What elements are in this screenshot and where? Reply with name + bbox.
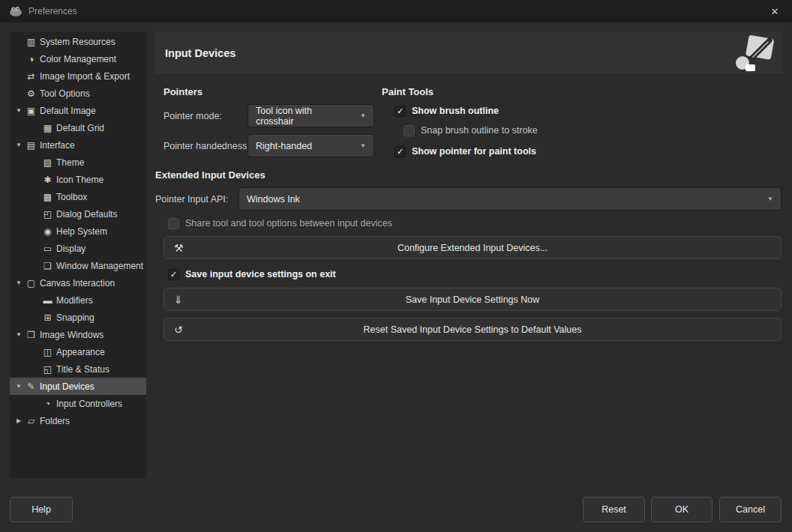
- expander-icon[interactable]: ▼: [10, 142, 24, 148]
- sidebar-item-label: System Resources: [40, 37, 116, 47]
- ok-button[interactable]: OK: [651, 497, 712, 522]
- system-resources-icon: ▥: [24, 37, 38, 47]
- configure-extended-input-devices-button[interactable]: ⚒ Configure Extended Input Devices...: [164, 236, 782, 259]
- sidebar-item-tool-options[interactable]: ⚙ Tool Options: [10, 85, 146, 102]
- sidebar-item-label: Image Windows: [40, 330, 104, 340]
- reset-saved-input-device-settings-button[interactable]: ↺ Reset Saved Input Device Settings to D…: [164, 318, 782, 341]
- title-status-icon: ◱: [40, 364, 55, 375]
- sidebar-item-default-image[interactable]: ▼ ▣ Default Image: [10, 102, 146, 119]
- sidebar-item-snapping[interactable]: ⊞ Snapping: [10, 309, 146, 326]
- sidebar-item-window-management[interactable]: ❏ Window Management: [10, 257, 146, 274]
- expander-icon[interactable]: ▼: [10, 107, 24, 114]
- check-icon: ✓: [397, 148, 404, 156]
- sidebar-item-system-resources[interactable]: ▥ System Resources: [10, 33, 146, 50]
- sidebar-item-display[interactable]: ▭ Display: [10, 240, 146, 257]
- sidebar-item-help-system[interactable]: ◉ Help System: [10, 223, 146, 240]
- pointer-mode-label: Pointer mode:: [164, 104, 222, 127]
- sidebar-item-appearance[interactable]: ◫ Appearance: [10, 343, 146, 360]
- pointer-input-api-label: Pointer Input API:: [155, 187, 228, 211]
- button-label: Save Input Device Settings Now: [406, 294, 540, 305]
- sidebar-item-toolbox[interactable]: ▩ Toolbox: [10, 188, 146, 205]
- help-system-icon: ◉: [40, 226, 55, 237]
- sidebar-item-input-controllers[interactable]: ◔ Input Controllers: [10, 395, 146, 412]
- sidebar-item-dialog-defaults[interactable]: ◰ Dialog Defaults: [10, 205, 146, 223]
- checkbox-snap-brush-outline[interactable]: ✓ Snap brush outline to stroke: [404, 123, 538, 138]
- titlebar: Preferences ✕: [0, 0, 792, 22]
- window-management-icon: ❏: [40, 261, 55, 271]
- page-header: Input Devices: [155, 31, 782, 75]
- checkbox-box: ✓: [404, 125, 415, 136]
- wrench-icon: ⚒: [174, 242, 184, 254]
- pointer-mode-dropdown[interactable]: Tool icon with crosshair ▼: [248, 104, 374, 127]
- sidebar-item-label: Snapping: [56, 312, 94, 323]
- chevron-down-icon: ▼: [760, 196, 773, 202]
- checkbox-box: ✓: [168, 218, 179, 229]
- sidebar-item-icon-theme[interactable]: ✱ Icon Theme: [10, 171, 146, 188]
- snapping-icon: ⊞: [40, 312, 55, 323]
- save-input-device-settings-button[interactable]: ⇓ Save Input Device Settings Now: [164, 288, 782, 311]
- expander-icon[interactable]: ▶: [10, 417, 24, 424]
- sidebar-item-label: Modifiers: [56, 295, 93, 306]
- canvas-interaction-icon: ▢: [24, 278, 38, 288]
- expander-icon[interactable]: ▼: [10, 331, 24, 338]
- sidebar-item-label: Folders: [40, 416, 70, 426]
- sidebar-item-canvas-interaction[interactable]: ▼ ▢ Canvas Interaction: [10, 274, 146, 291]
- page-title: Input Devices: [165, 47, 236, 59]
- tool-options-icon: ⚙: [24, 88, 38, 99]
- checkbox-show-brush-outline[interactable]: ✓ Show brush outline: [394, 103, 499, 118]
- checkbox-show-pointer-paint-tools[interactable]: ✓ Show pointer for paint tools: [394, 144, 536, 159]
- sidebar-item-label: Default Grid: [56, 123, 104, 133]
- sidebar-item-label: Icon Theme: [56, 175, 104, 185]
- checkbox-save-settings-on-exit[interactable]: ✓ Save input device settings on exit: [168, 267, 336, 282]
- button-label: Reset Saved Input Device Settings to Def…: [364, 324, 582, 335]
- expander-icon[interactable]: ▼: [10, 279, 24, 286]
- cancel-button[interactable]: Cancel: [719, 497, 782, 522]
- input-devices-icon: ✎: [24, 381, 38, 392]
- sidebar-item-label: Tool Options: [40, 88, 90, 99]
- sidebar-item-label: Help System: [56, 226, 107, 237]
- sidebar-item-title-status[interactable]: ◱ Title & Status: [10, 360, 146, 378]
- checkbox-label: Show pointer for paint tools: [412, 146, 536, 157]
- sidebar-item-label: Image Import & Export: [40, 71, 130, 82]
- sidebar-item-theme[interactable]: ▧ Theme: [10, 154, 146, 171]
- chevron-down-icon: ▼: [352, 112, 366, 119]
- color-management-icon: ◑: [24, 54, 38, 64]
- sidebar-item-label: Dialog Defaults: [56, 209, 117, 220]
- pointers-heading: Pointers: [164, 86, 202, 97]
- sidebar-item-label: Window Management: [56, 261, 143, 271]
- close-icon[interactable]: ✕: [758, 0, 792, 22]
- sidebar-item-label: Default Image: [40, 106, 96, 116]
- gimp-icon: [9, 6, 22, 16]
- sidebar-item-color-management[interactable]: ◑ Color Management: [10, 50, 146, 67]
- sidebar-item-image-import-export[interactable]: ⇄ Image Import & Export: [10, 67, 146, 85]
- sidebar-item-input-devices[interactable]: ▼ ✎ Input Devices: [10, 378, 146, 395]
- default-image-icon: ▣: [24, 106, 38, 116]
- sidebar-item-label: Canvas Interaction: [40, 278, 115, 288]
- extended-input-devices-heading: Extended Input Devices: [155, 169, 266, 181]
- image-windows-icon: ❐: [24, 330, 38, 340]
- sidebar-item-label: Toolbox: [56, 192, 87, 202]
- sidebar-item-image-windows[interactable]: ▼ ❐ Image Windows: [10, 326, 146, 343]
- pointer-mode-value: Tool icon with crosshair: [256, 106, 352, 127]
- sidebar-item-folders[interactable]: ▶ ▱ Folders: [10, 412, 146, 429]
- checkbox-label: Snap brush outline to stroke: [421, 125, 538, 136]
- folders-icon: ▱: [24, 416, 38, 426]
- paint-tools-heading: Paint Tools: [382, 86, 434, 97]
- preferences-tree: ▥ System Resources ◑ Color Management ⇄ …: [10, 31, 146, 478]
- pointer-handedness-dropdown[interactable]: Right-handed ▼: [248, 134, 374, 157]
- pointer-input-api-dropdown[interactable]: Windows Ink ▼: [238, 187, 782, 211]
- modifiers-icon: ▬: [40, 295, 55, 306]
- checkbox-share-tool-options[interactable]: ✓ Share tool and tool options between in…: [168, 216, 392, 231]
- expander-icon[interactable]: ▼: [10, 383, 24, 390]
- sidebar-item-modifiers[interactable]: ▬ Modifiers: [10, 291, 146, 309]
- sidebar-item-default-grid[interactable]: ▦ Default Grid: [10, 119, 146, 136]
- reset-button[interactable]: Reset: [583, 497, 645, 522]
- sidebar-item-interface[interactable]: ▼ ▤ Interface: [10, 136, 146, 154]
- pointer-input-api-value: Windows Ink: [247, 194, 300, 205]
- sidebar-item-label: Color Management: [40, 54, 116, 64]
- check-icon: ✓: [397, 107, 404, 115]
- checkbox-label: Show brush outline: [412, 106, 499, 116]
- checkbox-box: ✓: [168, 269, 179, 280]
- help-button[interactable]: Help: [10, 497, 73, 522]
- input-controllers-icon: ◔: [40, 399, 55, 409]
